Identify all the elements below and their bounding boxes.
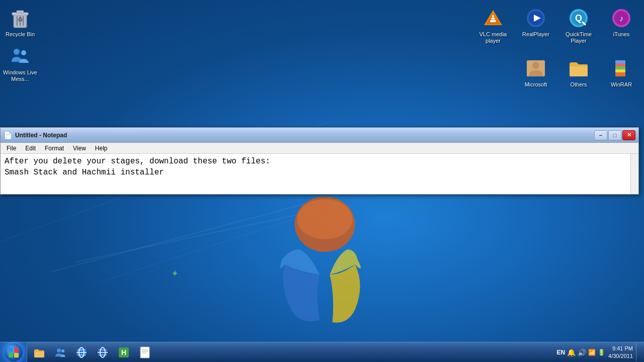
svg-rect-15 xyxy=(492,15,494,17)
desktop-icons-right-top: VLC media player RealPlayer Q xyxy=(470,0,644,50)
svg-rect-32 xyxy=(615,66,625,69)
taskbar-ie2[interactable] xyxy=(93,343,113,361)
desktop-icon-realplayer[interactable]: RealPlayer xyxy=(516,4,556,46)
svg-rect-14 xyxy=(491,18,495,20)
battery-icon[interactable]: 🔋 xyxy=(598,349,605,356)
notepad-window: 📄 Untitled - Notepad − □ ✕ File Edit For… xyxy=(0,127,639,195)
svg-text:♪: ♪ xyxy=(619,14,623,23)
svg-point-40 xyxy=(61,349,64,352)
desktop-icons-right-bottom: Microsoft Others xyxy=(513,50,644,94)
windows-live-messenger-icon xyxy=(8,44,32,68)
clock-date: 4/30/2011 xyxy=(608,352,633,359)
svg-text:♻: ♻ xyxy=(18,16,23,23)
desktop: ✦ ✦ ♻ Recycle Bin xyxy=(0,0,644,362)
quicktime-icon: Q xyxy=(567,6,591,30)
taskbar-explorer[interactable] xyxy=(29,343,49,361)
svg-rect-53 xyxy=(140,347,149,358)
start-button[interactable] xyxy=(0,342,27,363)
minimize-button[interactable]: − xyxy=(594,130,607,140)
svg-rect-36 xyxy=(14,347,19,352)
windows-live-messenger-label: Windows Live Mess... xyxy=(2,69,38,82)
taskbar-items: H xyxy=(27,342,157,362)
notepad-scrollbar[interactable] xyxy=(630,154,638,194)
svg-point-27 xyxy=(532,62,539,69)
notification-icon[interactable]: 🔔 xyxy=(567,348,576,356)
svg-point-39 xyxy=(57,348,61,352)
microsoft-label: Microsoft xyxy=(525,81,547,88)
desktop-icons-left: ♻ Recycle Bin Windows Live Mess... xyxy=(0,0,40,89)
realplayer-label: RealPlayer xyxy=(522,31,549,38)
desktop-icon-recycle-bin[interactable]: ♻ Recycle Bin xyxy=(0,4,40,40)
svg-rect-37 xyxy=(9,353,13,357)
desktop-icon-quicktime[interactable]: Q QuickTime Player xyxy=(558,4,599,46)
others-label: Others xyxy=(570,81,587,88)
others-icon xyxy=(567,56,591,80)
taskbar-right: EN 🔔 🔊 📶 🔋 9:41 PM 4/30/2011 xyxy=(552,342,644,362)
svg-rect-34 xyxy=(615,72,625,76)
svg-rect-38 xyxy=(14,353,19,357)
notepad-title-icon: 📄 xyxy=(4,131,12,139)
quicktime-label: QuickTime Player xyxy=(560,31,597,44)
vlc-icon xyxy=(481,6,505,30)
winrar-label: WinRAR xyxy=(611,81,632,88)
menu-edit[interactable]: Edit xyxy=(21,144,40,153)
show-desktop-button[interactable] xyxy=(636,343,640,361)
clock-time: 9:41 PM xyxy=(612,345,633,352)
menu-file[interactable]: File xyxy=(3,144,20,153)
desktop-icon-microsoft[interactable]: Microsoft xyxy=(516,54,556,90)
maximize-button[interactable]: □ xyxy=(608,130,621,140)
svg-rect-57 xyxy=(139,346,141,348)
notepad-text: After you delete your stages, download t… xyxy=(5,156,634,178)
desktop-icon-others[interactable]: Others xyxy=(558,54,599,90)
menu-help[interactable]: Help xyxy=(91,144,112,153)
taskbar-messenger[interactable] xyxy=(50,343,70,361)
decoration-sparkle-2: ✦ xyxy=(337,264,342,272)
svg-point-1 xyxy=(297,199,353,239)
close-button[interactable]: ✕ xyxy=(622,130,635,140)
itunes-icon: ♪ xyxy=(609,6,633,30)
volume-icon[interactable]: 🔊 xyxy=(578,348,586,356)
svg-point-9 xyxy=(14,49,20,55)
notepad-menubar: File Edit Format View Help xyxy=(1,143,638,154)
notepad-titlebar: 📄 Untitled - Notepad − □ ✕ xyxy=(1,128,638,143)
svg-rect-4 xyxy=(17,11,24,13)
taskbar-ie[interactable] xyxy=(71,343,92,361)
desktop-icon-winrar[interactable]: WinRAR xyxy=(601,54,641,90)
taskbar: H EN 🔔 🔊 📶 🔋 xyxy=(0,342,644,362)
menu-view[interactable]: View xyxy=(69,144,90,153)
menu-format[interactable]: Format xyxy=(41,144,68,153)
svg-text:Q: Q xyxy=(575,13,582,23)
realplayer-icon xyxy=(524,6,548,30)
desktop-icon-vlc[interactable]: VLC media player xyxy=(473,4,513,46)
network-icon[interactable]: 📶 xyxy=(588,349,596,356)
notepad-title-text: Untitled - Notepad xyxy=(15,132,67,139)
desktop-icon-itunes[interactable]: ♪ iTunes xyxy=(601,4,641,46)
svg-text:H: H xyxy=(121,348,126,356)
notepad-content-area[interactable]: After you delete your stages, download t… xyxy=(1,154,638,194)
notepad-title: 📄 Untitled - Notepad xyxy=(4,131,67,139)
itunes-label: iTunes xyxy=(613,31,630,38)
svg-rect-33 xyxy=(615,69,625,72)
window-controls: − □ ✕ xyxy=(594,130,635,140)
vlc-label: VLC media player xyxy=(475,31,511,44)
taskbar-notepad[interactable] xyxy=(135,343,155,361)
system-tray: EN 🔔 🔊 📶 🔋 xyxy=(556,348,605,356)
svg-rect-31 xyxy=(615,63,625,66)
decoration-sparkle: ✦ xyxy=(171,268,179,279)
taskbar-hackmii[interactable]: H xyxy=(114,343,134,361)
microsoft-icon xyxy=(524,56,548,80)
winrar-icon xyxy=(609,56,633,80)
desktop-icon-windows-live-messenger[interactable]: Windows Live Mess... xyxy=(0,42,40,84)
svg-rect-13 xyxy=(490,20,496,22)
svg-rect-35 xyxy=(9,347,13,352)
windows-logo xyxy=(255,194,395,337)
language-indicator[interactable]: EN xyxy=(556,349,565,356)
svg-rect-30 xyxy=(615,60,625,63)
svg-point-10 xyxy=(21,50,26,55)
system-clock[interactable]: 9:41 PM 4/30/2011 xyxy=(608,345,633,359)
recycle-bin-icon: ♻ xyxy=(8,6,32,30)
recycle-bin-label: Recycle Bin xyxy=(6,31,35,38)
start-orb xyxy=(5,343,23,361)
